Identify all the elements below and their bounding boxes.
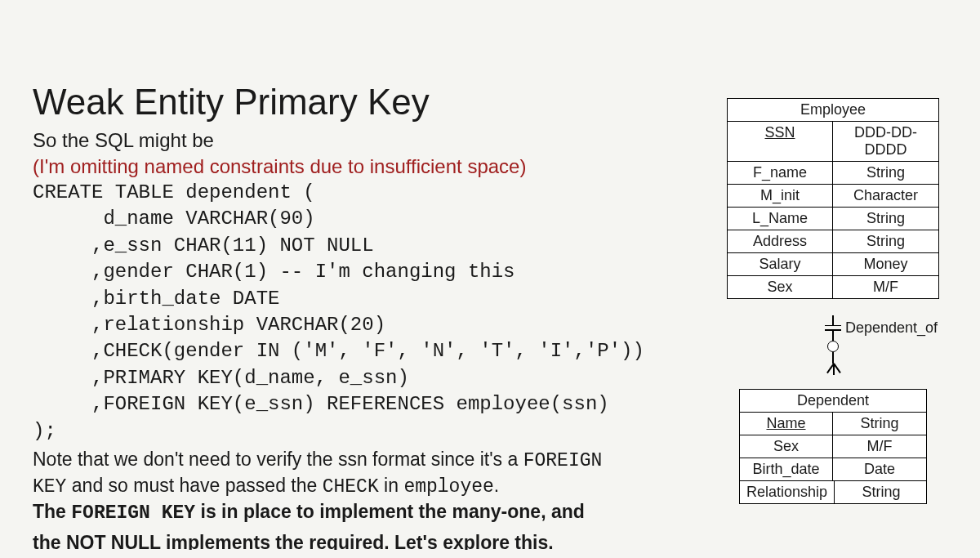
entity-attr-row: SexM/F bbox=[740, 435, 926, 458]
employee-entity: Employee SSNDDD-DD-DDDDF_nameStringM_ini… bbox=[727, 98, 939, 299]
sql-code: CREATE TABLE dependent ( d_name VARCHAR(… bbox=[33, 180, 637, 444]
attr-name: Name bbox=[740, 413, 833, 435]
dependent-entity: Dependent NameStringSexM/FBirth_dateDate… bbox=[739, 389, 927, 504]
attr-name: Salary bbox=[728, 253, 833, 275]
attr-type: String bbox=[833, 413, 926, 435]
attr-name: F_name bbox=[728, 162, 833, 184]
relationship-label: Dependent_of bbox=[845, 319, 938, 337]
employee-header: Employee bbox=[728, 99, 938, 122]
attr-type: Character bbox=[833, 185, 938, 207]
attr-name: Sex bbox=[740, 435, 833, 458]
entity-attr-row: SalaryMoney bbox=[728, 253, 938, 276]
entity-attr-row: M_initCharacter bbox=[728, 185, 938, 208]
attr-name: Relationship bbox=[740, 481, 835, 503]
attr-type: String bbox=[833, 208, 938, 230]
attr-type: String bbox=[833, 162, 938, 184]
attr-type: M/F bbox=[833, 435, 926, 458]
entity-attr-row: AddressString bbox=[728, 230, 938, 253]
attr-name: Address bbox=[728, 230, 833, 252]
dependent-attrs: NameStringSexM/FBirth_dateDateRelationsh… bbox=[740, 413, 926, 503]
entity-attr-row: L_NameString bbox=[728, 208, 938, 230]
entity-attr-row: Birth_dateDate bbox=[740, 458, 926, 481]
entity-attr-row: NameString bbox=[740, 413, 926, 435]
entity-attr-row: SexM/F bbox=[728, 276, 938, 298]
entity-attr-row: F_nameString bbox=[728, 162, 938, 185]
attr-name: Birth_date bbox=[740, 458, 833, 480]
subtitle: So the SQL might be bbox=[33, 129, 637, 152]
cutoff-line: the NOT NULL implements the required. Le… bbox=[33, 532, 637, 550]
relationship-connector: Dependent_of bbox=[727, 299, 939, 389]
attr-name: Sex bbox=[728, 276, 833, 298]
attr-type: M/F bbox=[833, 276, 938, 298]
attr-type: DDD-DD-DDDD bbox=[833, 122, 938, 161]
attr-type: String bbox=[833, 230, 938, 252]
attr-type: Money bbox=[833, 253, 938, 275]
attr-name: M_init bbox=[728, 185, 833, 207]
attr-name: L_Name bbox=[728, 208, 833, 230]
attr-name: SSN bbox=[728, 122, 833, 161]
omit-note: (I'm omitting named constraints due to i… bbox=[33, 155, 637, 178]
main-text: Weak Entity Primary Key So the SQL might… bbox=[33, 16, 637, 544]
entity-attr-row: SSNDDD-DD-DDDD bbox=[728, 122, 938, 162]
attr-type: Date bbox=[833, 458, 926, 480]
entity-attr-row: RelationshipString bbox=[740, 481, 926, 503]
explanation-note: Note that we don't need to verify the ss… bbox=[33, 448, 637, 526]
er-diagram: Employee SSNDDD-DD-DDDDF_nameStringM_ini… bbox=[710, 98, 947, 504]
slide-title: Weak Entity Primary Key bbox=[33, 82, 637, 123]
dependent-header: Dependent bbox=[740, 390, 926, 413]
attr-type: String bbox=[835, 481, 928, 503]
employee-attrs: SSNDDD-DD-DDDDF_nameStringM_initCharacte… bbox=[728, 122, 938, 298]
